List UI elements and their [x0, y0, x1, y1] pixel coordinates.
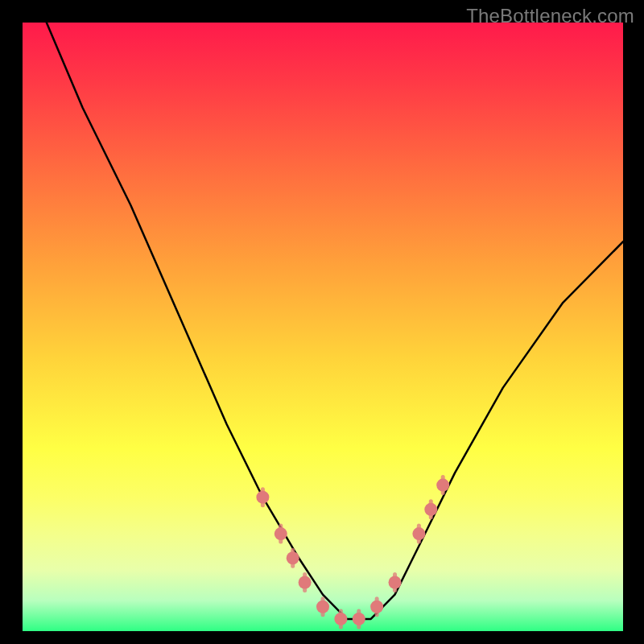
marker-dot [299, 576, 312, 589]
highlighted-markers [256, 477, 449, 627]
marker-dot [334, 613, 347, 625]
marker-dot [424, 503, 437, 516]
marker-dot [353, 613, 365, 625]
marker-dot [370, 601, 383, 613]
marker-dot [389, 576, 402, 589]
bottleneck-curve [47, 23, 623, 619]
marker-dot [275, 527, 287, 540]
marker-dot [316, 601, 329, 613]
watermark-text: TheBottleneck.com [466, 5, 634, 27]
curve-path [47, 23, 623, 619]
marker-dot [256, 491, 269, 504]
chart-svg [23, 23, 623, 631]
chart-plot-area [23, 23, 623, 631]
marker-dot [436, 479, 449, 492]
marker-dot [412, 527, 425, 540]
marker-dot [287, 551, 299, 564]
